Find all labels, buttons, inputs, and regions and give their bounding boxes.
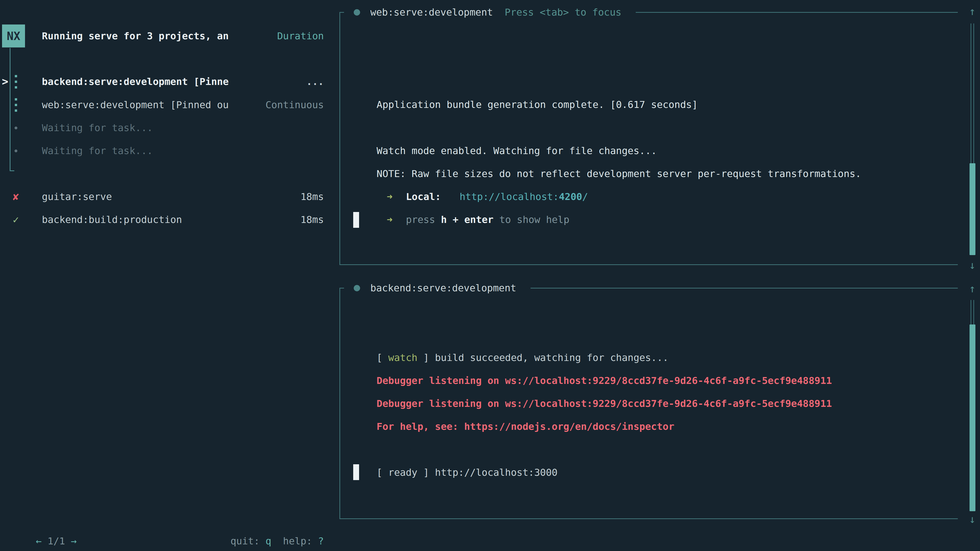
scrollbar-thumb[interactable]: [969, 324, 975, 511]
task-tree-line-foot: [10, 170, 14, 171]
task-row[interactable]: ✘ guitar:serve 18ms: [0, 185, 324, 208]
spinner-icon: [9, 94, 23, 116]
terminal-line: [ watch ] build succeeded, watching for …: [353, 323, 668, 346]
scroll-down-icon[interactable]: ↓: [966, 508, 978, 531]
task-list-header: Running serve for 3 projects, an Duratio…: [0, 24, 324, 48]
help-keys: h + enter: [441, 214, 493, 225]
task-duration: 18ms: [301, 185, 324, 208]
scrollbar-track[interactable]: [970, 24, 974, 163]
terminal-line: NOTE: Raw file sizes do not reflect deve…: [353, 139, 861, 162]
pane-title: web:serve:development: [370, 6, 493, 18]
pane-border: [339, 264, 958, 265]
pane-border: [339, 288, 340, 519]
terminal-line: ➜Local:http://localhost:4200/: [353, 162, 588, 185]
pane-bullet-icon: [354, 285, 360, 291]
nx-tui-screen: NX Running serve for 3 projects, an Dura…: [0, 0, 980, 551]
pane-border: [339, 518, 958, 519]
task-row[interactable]: ✓ backend:build:production 18ms: [0, 208, 324, 231]
scrollbar-track[interactable]: [970, 300, 974, 324]
waiting-dot-icon: [9, 116, 23, 139]
pane-bullet-icon: [354, 9, 360, 16]
pane-title: backend:serve:development: [370, 283, 516, 294]
error-cross-icon: ✘: [9, 185, 23, 208]
help-text: to show help: [493, 214, 570, 225]
spinner-icon: [9, 70, 23, 93]
quit-key: q: [266, 535, 271, 547]
task-duration: 18ms: [301, 208, 324, 231]
pane-border: [339, 12, 344, 13]
terminal-line: Debugger listening on ws://localhost:922…: [353, 369, 832, 392]
terminal-line: [ ready ] http://localhost:3000: [353, 438, 558, 461]
focus-hint: Press <tab> to focus: [504, 6, 621, 18]
log-text: Application bundle generation complete. …: [377, 99, 698, 110]
terminal-line: Application bundle generation complete. …: [353, 70, 698, 93]
task-label: backend:serve:development [Pinne: [42, 70, 229, 93]
pane-border: [339, 288, 344, 289]
help-key: ?: [318, 535, 324, 547]
page-next-icon[interactable]: →: [71, 535, 77, 547]
pane-border: [636, 12, 958, 13]
task-row[interactable]: web:serve:development [Pinned ou Continu…: [0, 94, 324, 116]
task-label: Waiting for task...: [42, 139, 153, 162]
task-row[interactable]: Waiting for task...: [0, 116, 324, 139]
help-text: press: [406, 214, 441, 225]
success-check-icon: ✓: [9, 208, 23, 231]
terminal-line: Debugger listening on ws://localhost:922…: [353, 346, 832, 369]
pane-border: [531, 288, 958, 289]
terminal-line: ➜press h + enter to show help: [353, 185, 570, 208]
task-label: Waiting for task...: [42, 116, 153, 139]
task-label: guitar:serve: [42, 185, 112, 208]
page-indicator: 1/1: [41, 535, 71, 547]
help-hint-label: help:: [271, 535, 318, 547]
waiting-dot-icon: [9, 139, 23, 162]
pane-header: web:serve:development Press <tab> to foc…: [339, 6, 958, 18]
scroll-down-icon[interactable]: ↓: [966, 254, 978, 277]
scroll-up-icon[interactable]: ↑: [966, 0, 978, 23]
terminal-cursor: [353, 464, 359, 480]
terminal-cursor: [353, 212, 359, 228]
inspector-help-text: For help, see: https://nodejs.org/en/doc…: [377, 421, 675, 432]
task-status: Continuous: [266, 94, 324, 116]
duration-column-label: Duration: [277, 24, 324, 48]
task-row[interactable]: backend:serve:development [Pinne ...: [0, 70, 324, 93]
terminal-line: For help, see: https://nodejs.org/en/doc…: [353, 392, 674, 415]
pane-header: backend:serve:development: [339, 282, 958, 294]
pane-border: [339, 12, 340, 265]
scroll-up-icon[interactable]: ↑: [966, 277, 978, 300]
quit-hint-label: quit:: [231, 535, 266, 547]
task-list-title: Running serve for 3 projects, an: [42, 24, 229, 48]
scrollbar-thumb[interactable]: [969, 163, 975, 255]
url-slash: /: [582, 191, 588, 202]
terminal-line: Watch mode enabled. Watching for file ch…: [353, 116, 657, 139]
ready-log-text: [ ready ] http://localhost:3000: [377, 467, 558, 478]
task-status: ...: [306, 70, 324, 93]
keyboard-hints: quit: q help: ?: [42, 507, 324, 530]
page-prev-icon[interactable]: ←: [36, 535, 42, 547]
task-label: web:serve:development [Pinned ou: [42, 94, 229, 116]
task-row[interactable]: Waiting for task...: [0, 139, 324, 162]
arrow-right-icon: ➜: [387, 214, 393, 225]
task-label: backend:build:production: [42, 208, 182, 231]
